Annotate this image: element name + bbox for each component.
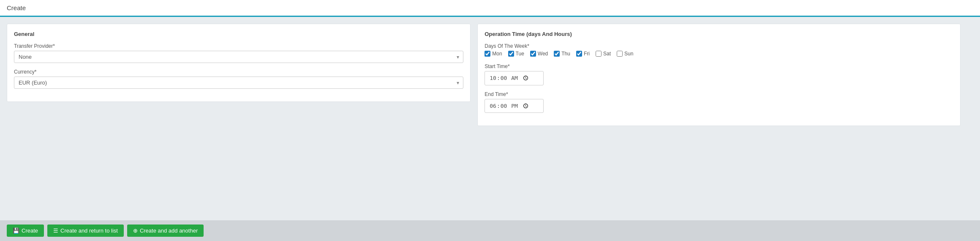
transfer-provider-select-wrapper: None bbox=[14, 51, 463, 63]
create-return-label: Create and return to list bbox=[60, 227, 118, 234]
end-time-input[interactable] bbox=[485, 99, 544, 113]
day-mon-label: Mon bbox=[492, 51, 502, 57]
start-time-label: Start Time* bbox=[485, 63, 953, 69]
bottom-bar: 💾 Create ☰ Create and return to list ⊕ C… bbox=[0, 220, 980, 241]
transfer-provider-label: Transfer Provider* bbox=[14, 43, 463, 49]
create-add-button[interactable]: ⊕ Create and add another bbox=[127, 225, 204, 237]
day-wed: Wed bbox=[530, 51, 548, 57]
page-title: Create bbox=[7, 4, 26, 11]
end-time-wrapper bbox=[485, 99, 544, 113]
day-tue: Tue bbox=[508, 51, 524, 57]
day-sat: Sat bbox=[596, 51, 611, 57]
start-time-wrapper bbox=[485, 71, 544, 85]
transfer-provider-select[interactable]: None bbox=[14, 51, 463, 63]
operation-time-panel: Operation Time (days And Hours) Days Of … bbox=[477, 24, 961, 126]
currency-group: Currency* EUR (Euro) bbox=[14, 69, 463, 89]
days-row: Mon Tue Wed Thu Fri bbox=[485, 51, 953, 57]
day-thu-checkbox[interactable] bbox=[554, 51, 560, 57]
day-sat-checkbox[interactable] bbox=[596, 51, 602, 57]
plus-icon: ⊕ bbox=[133, 227, 138, 234]
spacer bbox=[0, 133, 980, 158]
day-tue-checkbox[interactable] bbox=[508, 51, 514, 57]
list-icon: ☰ bbox=[53, 227, 58, 234]
currency-select-wrapper: EUR (Euro) bbox=[14, 77, 463, 89]
day-wed-checkbox[interactable] bbox=[530, 51, 536, 57]
day-fri-checkbox[interactable] bbox=[576, 51, 582, 57]
day-thu-label: Thu bbox=[561, 51, 570, 57]
day-mon: Mon bbox=[485, 51, 502, 57]
currency-label: Currency* bbox=[14, 69, 463, 75]
day-fri: Fri bbox=[576, 51, 590, 57]
create-return-button[interactable]: ☰ Create and return to list bbox=[47, 225, 124, 237]
day-wed-label: Wed bbox=[538, 51, 548, 57]
create-add-label: Create and add another bbox=[140, 227, 198, 234]
start-time-group: Start Time* bbox=[485, 63, 953, 85]
end-time-group: End Time* bbox=[485, 91, 953, 113]
general-panel: General Transfer Provider* None Currency… bbox=[7, 24, 471, 102]
create-button-label: Create bbox=[22, 227, 38, 234]
day-thu: Thu bbox=[554, 51, 570, 57]
day-sat-label: Sat bbox=[603, 51, 611, 57]
transfer-provider-group: Transfer Provider* None bbox=[14, 43, 463, 63]
days-of-week-group: Days Of The Week* Mon Tue Wed Thu bbox=[485, 43, 953, 57]
days-of-week-label: Days Of The Week* bbox=[485, 43, 953, 49]
save-icon: 💾 bbox=[13, 227, 19, 234]
start-time-input[interactable] bbox=[485, 71, 544, 85]
day-fri-label: Fri bbox=[584, 51, 590, 57]
day-sun: Sun bbox=[617, 51, 633, 57]
main-content: General Transfer Provider* None Currency… bbox=[0, 17, 980, 133]
day-sun-label: Sun bbox=[624, 51, 633, 57]
day-mon-checkbox[interactable] bbox=[485, 51, 490, 57]
operation-time-panel-title: Operation Time (days And Hours) bbox=[485, 31, 953, 37]
create-button[interactable]: 💾 Create bbox=[7, 225, 44, 237]
page-header: Create bbox=[0, 0, 980, 17]
currency-select[interactable]: EUR (Euro) bbox=[14, 77, 463, 89]
day-tue-label: Tue bbox=[516, 51, 524, 57]
general-panel-title: General bbox=[14, 31, 463, 37]
day-sun-checkbox[interactable] bbox=[617, 51, 623, 57]
end-time-label: End Time* bbox=[485, 91, 953, 97]
